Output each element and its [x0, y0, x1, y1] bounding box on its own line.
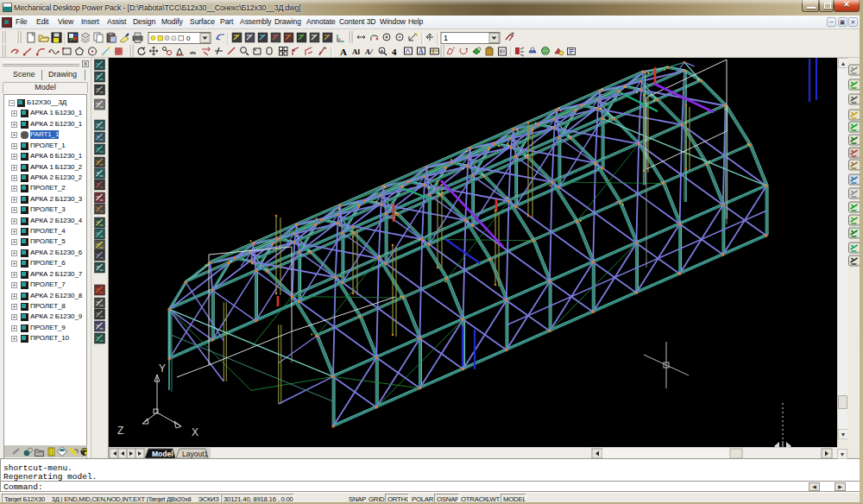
svg-text:X: X [192, 426, 198, 438]
svg-text:Layout1: Layout1 [182, 450, 209, 458]
svg-text:4: 4 [392, 47, 397, 57]
svg-text:1: 1 [444, 34, 448, 42]
svg-text:A: A [419, 47, 424, 55]
svg-text:a: a [380, 48, 383, 54]
svg-text:A: A [340, 47, 347, 57]
svg-text:A/: A/ [364, 47, 374, 56]
svg-text:Al: Al [352, 47, 360, 56]
svg-text:Z: Z [117, 425, 123, 437]
svg-text:Model: Model [152, 450, 173, 458]
svg-text:0: 0 [186, 35, 191, 42]
svg-text:Y: Y [159, 362, 166, 375]
